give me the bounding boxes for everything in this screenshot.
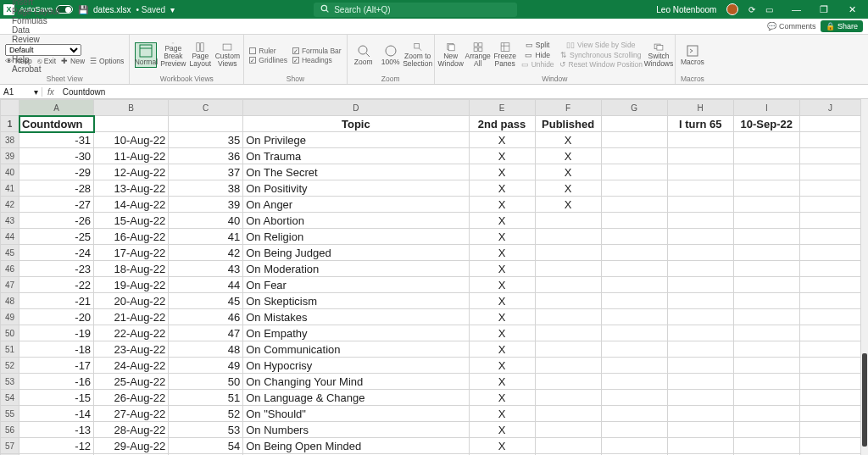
- cell[interactable]: [667, 358, 733, 374]
- cell[interactable]: [733, 390, 799, 406]
- reset-pos-button[interactable]: ↺ Reset Window Position: [559, 60, 643, 69]
- name-box[interactable]: A1▾: [0, 87, 42, 97]
- ruler-checkbox[interactable]: Ruler: [249, 47, 287, 55]
- tab-formulas[interactable]: Formulas: [5, 16, 66, 25]
- search-box[interactable]: Search (Alt+Q): [314, 3, 517, 17]
- cell[interactable]: [601, 229, 667, 245]
- cell[interactable]: On Being Judged: [243, 245, 469, 261]
- user-name[interactable]: Leo Notenboom: [656, 5, 716, 14]
- cell[interactable]: [667, 213, 733, 229]
- cell[interactable]: 16-Aug-22: [94, 229, 169, 245]
- cell[interactable]: [535, 309, 601, 325]
- tab-page-layout[interactable]: Page Layout: [5, 7, 66, 16]
- vertical-scrollbar[interactable]: [861, 99, 868, 455]
- options-button[interactable]: ☰ Options: [90, 57, 124, 66]
- cell[interactable]: On Religion: [243, 229, 469, 245]
- zoom-to-selection-button[interactable]: Zoom to Selection: [407, 42, 429, 68]
- cell[interactable]: [799, 180, 860, 197]
- cell[interactable]: [535, 325, 601, 341]
- cell[interactable]: [601, 358, 667, 374]
- zoom-100-button[interactable]: 100%: [380, 42, 402, 68]
- cell[interactable]: [667, 293, 733, 309]
- cell[interactable]: X: [469, 197, 535, 213]
- cell[interactable]: 52: [169, 406, 243, 422]
- cell[interactable]: -12: [19, 438, 94, 454]
- cell[interactable]: [799, 132, 860, 148]
- cell[interactable]: [535, 261, 601, 277]
- cell[interactable]: [733, 422, 799, 438]
- cell[interactable]: [601, 438, 667, 454]
- row-header[interactable]: 54: [1, 390, 19, 406]
- cell[interactable]: X: [469, 293, 535, 309]
- cell[interactable]: 36: [169, 148, 243, 164]
- gridlines-checkbox[interactable]: Gridlines: [249, 56, 287, 64]
- comments-button[interactable]: 💬 Comments: [767, 22, 815, 31]
- cell[interactable]: 40: [169, 213, 243, 229]
- cell[interactable]: [601, 164, 667, 180]
- cell[interactable]: 38: [169, 180, 243, 197]
- cell[interactable]: [601, 197, 667, 213]
- col-header-C[interactable]: C: [169, 100, 243, 116]
- cell[interactable]: -18: [19, 341, 94, 358]
- cell[interactable]: X: [535, 164, 601, 180]
- cell[interactable]: X: [469, 229, 535, 245]
- cell[interactable]: [667, 422, 733, 438]
- cell[interactable]: [535, 358, 601, 374]
- fx-icon[interactable]: fx: [42, 87, 59, 97]
- cell[interactable]: [799, 293, 860, 309]
- cell[interactable]: [667, 229, 733, 245]
- row-header[interactable]: 42: [1, 197, 19, 213]
- cell[interactable]: -27: [19, 197, 94, 213]
- cell[interactable]: [535, 390, 601, 406]
- cell[interactable]: [601, 422, 667, 438]
- cell[interactable]: 27-Aug-22: [94, 406, 169, 422]
- cell[interactable]: [799, 229, 860, 245]
- cell[interactable]: [535, 277, 601, 293]
- hide-button[interactable]: ▭ Hide: [521, 51, 554, 60]
- cell[interactable]: [799, 245, 860, 261]
- cell[interactable]: [733, 277, 799, 293]
- ribbon-mode-icon[interactable]: ▭: [765, 5, 773, 14]
- col-header-G[interactable]: G: [601, 100, 667, 116]
- exit-button[interactable]: ⎋ Exit: [37, 57, 56, 66]
- cell[interactable]: [535, 293, 601, 309]
- unhide-button[interactable]: ▭ Unhide: [521, 60, 554, 69]
- row-header[interactable]: 39: [1, 148, 19, 164]
- row-header[interactable]: 56: [1, 422, 19, 438]
- cell[interactable]: [799, 309, 860, 325]
- cell[interactable]: [799, 406, 860, 422]
- avatar[interactable]: [726, 3, 738, 15]
- select-all-corner[interactable]: [1, 100, 19, 116]
- cell[interactable]: [799, 358, 860, 374]
- cell[interactable]: -21: [19, 293, 94, 309]
- row-header[interactable]: 38: [1, 132, 19, 148]
- cell[interactable]: 10-Sep-22: [733, 116, 799, 132]
- cell[interactable]: X: [469, 245, 535, 261]
- row-header[interactable]: 50: [1, 325, 19, 341]
- cell[interactable]: X: [469, 374, 535, 390]
- cell[interactable]: [799, 438, 860, 454]
- cell[interactable]: [601, 341, 667, 358]
- row-header[interactable]: 45: [1, 245, 19, 261]
- formula-bar-checkbox[interactable]: Formula Bar: [292, 47, 342, 55]
- row-header[interactable]: 46: [1, 261, 19, 277]
- cell[interactable]: 21-Aug-22: [94, 309, 169, 325]
- cell[interactable]: 44: [169, 277, 243, 293]
- cell[interactable]: X: [535, 197, 601, 213]
- cell[interactable]: X: [469, 148, 535, 164]
- cell[interactable]: -16: [19, 374, 94, 390]
- cell[interactable]: -19: [19, 325, 94, 341]
- maximize-button[interactable]: ❐: [811, 4, 837, 15]
- cell[interactable]: -22: [19, 277, 94, 293]
- row-header[interactable]: 41: [1, 180, 19, 197]
- cell[interactable]: [601, 213, 667, 229]
- cell[interactable]: On Communication: [243, 341, 469, 358]
- sync-icon[interactable]: ⟳: [748, 5, 755, 14]
- cell[interactable]: 28-Aug-22: [94, 422, 169, 438]
- cell[interactable]: [799, 148, 860, 164]
- row-header[interactable]: 48: [1, 293, 19, 309]
- cell[interactable]: -24: [19, 245, 94, 261]
- cell[interactable]: 13-Aug-22: [94, 180, 169, 197]
- cell[interactable]: [667, 438, 733, 454]
- cell[interactable]: [733, 325, 799, 341]
